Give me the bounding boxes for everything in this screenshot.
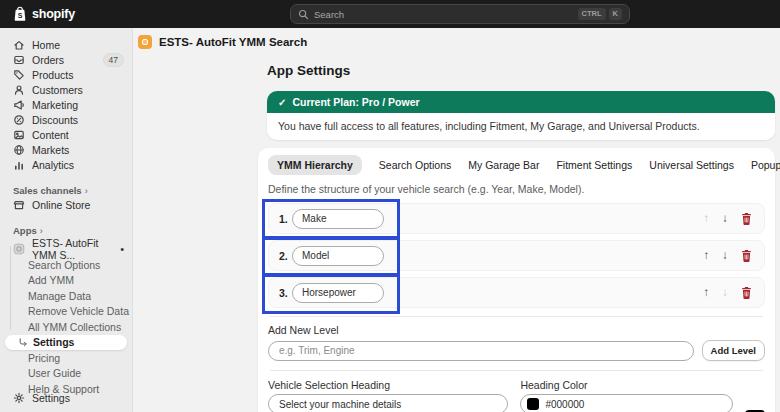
global-search-bar[interactable]: Search CTRL K [290,4,630,24]
section-divider [270,316,763,317]
sidebar-item-analytics[interactable]: Analytics [0,157,132,172]
vehicle-heading-input[interactable] [268,394,508,412]
svg-text:S: S [18,12,23,19]
sidebar-item-label: Discounts [32,114,78,126]
topbar: S shopify Search CTRL K [0,0,780,28]
tab-my-garage-bar[interactable]: My Garage Bar [468,155,539,175]
sidebar-item-label: Orders [32,54,64,66]
subitem-remove-vehicle-data[interactable]: Remove Vehicle Data [0,304,132,320]
sidebar-item-settings[interactable]: Settings [0,390,132,405]
subitem-manage-data[interactable]: Manage Data [0,288,132,304]
subitem-label: Pricing [28,352,60,364]
delete-level-icon[interactable] [741,213,752,225]
subitem-label: Settings [33,336,74,348]
tab-search-options[interactable]: Search Options [379,155,451,175]
level-name-input[interactable] [292,209,384,229]
hierarchy-description: Define the structure of your vehicle sea… [268,183,765,195]
move-down-icon[interactable]: ↓ [722,250,728,262]
sidebar-item-label: Products [32,69,73,81]
sidebar-item-label: Markets [32,144,69,156]
move-down-icon[interactable]: ↓ [722,213,728,225]
sidebar-item-content[interactable]: Content [0,127,132,142]
search-icon [298,9,309,20]
chevron-right-icon: › [85,186,88,196]
sidebar-nav: Home Orders 47 Products Customers Market… [0,28,133,412]
sidebar-item-label: Content [32,129,69,141]
delete-level-icon[interactable] [741,250,752,262]
discount-icon [13,114,25,126]
subitem-label: Add YMM [28,274,74,286]
subitem-label: Remove Vehicle Data [28,305,129,317]
level-actions: ↑ ↓ [704,250,753,262]
sidebar-item-orders[interactable]: Orders 47 [0,52,132,67]
heading-color-value: #000000 [545,399,584,410]
plan-banner-header: ✓ Current Plan: Pro / Power [267,91,775,113]
level-number: 2. [279,250,292,262]
sidebar-item-app-ests-autofit[interactable]: ESTS- AutoFit YMM S... • [0,241,132,257]
subitem-label: Search Options [28,259,100,271]
move-up-icon[interactable]: ↑ [704,213,710,225]
move-up-icon[interactable]: ↑ [704,287,710,299]
app-icon [138,35,152,49]
app-icon-glyph [142,39,148,45]
sidebar-item-label: Analytics [32,159,74,171]
app-subnav-tree-line [10,246,11,330]
level-actions: ↑ ↓ [704,287,753,299]
level-row-2: 2. ↑ ↓ [268,240,765,271]
home-icon [13,39,25,51]
sidebar-item-label: Online Store [32,199,90,211]
subitem-add-ymm[interactable]: Add YMM [0,273,132,289]
heading-color-input[interactable]: #000000 [520,394,733,412]
subitem-user-guide[interactable]: User Guide [0,366,132,382]
app-settings-page: App Settings ✓ Current Plan: Pro / Power… [255,55,775,412]
page-title: App Settings [267,63,775,78]
apps-header[interactable]: Apps › [0,224,132,237]
move-up-icon[interactable]: ↑ [704,250,710,262]
tab-ymm-hierarchy[interactable]: YMM Hierarchy [268,155,362,175]
sidebar-item-label: Marketing [32,99,78,111]
megaphone-icon [13,99,25,111]
sidebar-item-discounts[interactable]: Discounts [0,112,132,127]
sidebar-item-customers[interactable]: Customers [0,82,132,97]
subitem-label: Manage Data [28,290,91,302]
subitem-label: All YMM Collections [28,321,121,333]
sidebar-item-marketing[interactable]: Marketing [0,97,132,112]
subitem-label: User Guide [28,367,81,379]
sidebar-item-markets[interactable]: Markets [0,142,132,157]
section-divider [270,370,763,371]
tag-icon [13,69,25,81]
subitem-pricing[interactable]: Pricing [0,350,132,366]
delete-level-icon[interactable] [741,287,752,299]
sidebar-item-label: Home [32,39,60,51]
k-key-badge: K [609,8,622,20]
sidebar-item-products[interactable]: Products [0,67,132,82]
orders-icon [13,54,25,66]
shopify-bag-icon: S [13,6,27,22]
shopify-wordmark: shopify [32,7,75,21]
subitem-all-ymm-collections[interactable]: All YMM Collections [0,319,132,335]
tab-universal-settings[interactable]: Universal Settings [649,155,734,175]
sidebar-item-online-store[interactable]: Online Store [0,197,132,212]
sidebar-item-label: Settings [32,392,70,404]
level-name-input[interactable] [292,283,384,303]
sidebar-item-home[interactable]: Home [0,37,132,52]
move-down-icon[interactable]: ↓ [722,287,728,299]
subitem-settings-selected[interactable]: Settings [5,335,127,351]
sales-channels-label: Sales channels [13,185,82,196]
new-level-input[interactable] [268,341,694,361]
add-level-button[interactable]: Add Level [702,340,765,361]
image-icon [13,129,25,141]
shopify-logo: S shopify [13,6,75,22]
sales-channels-header[interactable]: Sales channels › [0,184,132,197]
tab-fitment-settings[interactable]: Fitment Settings [556,155,632,175]
tab-popup-settings[interactable]: Popup Settings [751,155,780,175]
app-name-label: ESTS- AutoFit YMM S... [32,237,113,261]
level-number: 1. [279,213,292,225]
heading-color-label: Heading Color [520,379,733,391]
ctrl-key-badge: CTRL [578,8,606,20]
color-swatch-small [527,398,539,410]
level-row-1: 1. ↑ ↓ [268,203,765,234]
storefront-icon [13,199,25,211]
level-name-input[interactable] [292,246,384,266]
globe-icon [13,144,25,156]
